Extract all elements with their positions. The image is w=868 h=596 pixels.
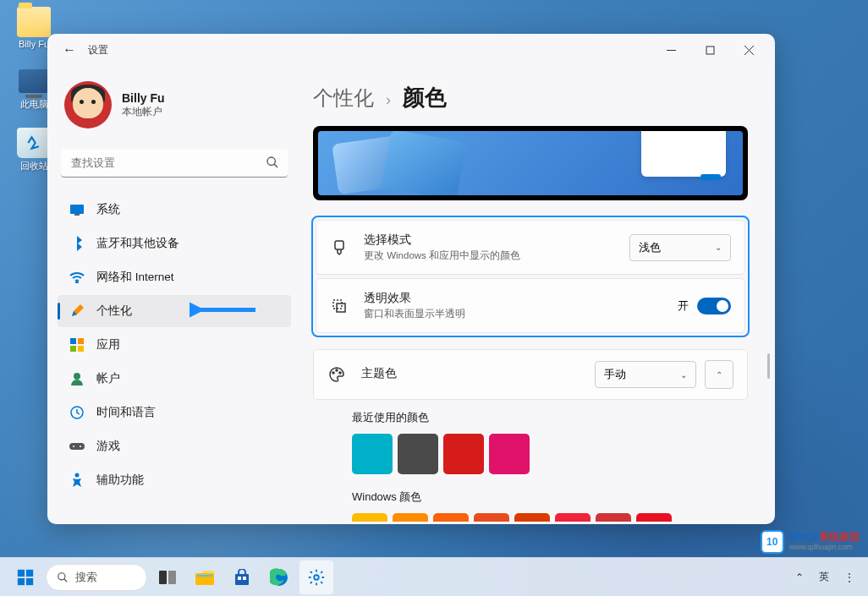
svg-point-19: [75, 473, 80, 478]
settings-window: ← 设置 Billy Fu 本地帐户: [47, 34, 775, 524]
sidebar-item-gaming[interactable]: 游戏: [58, 430, 291, 462]
svg-rect-33: [168, 571, 176, 584]
desktop-icon-label: 回收站: [20, 160, 48, 172]
settings-taskbar-button[interactable]: [299, 560, 333, 594]
tray-more[interactable]: ⋮: [839, 568, 860, 587]
user-name: Billy Fu: [122, 91, 165, 105]
nav-list: 系统 蓝牙和其他设备 网络和 Internet 个性化: [54, 193, 294, 497]
ime-indicator[interactable]: 英: [814, 566, 834, 588]
setting-transparency[interactable]: 透明效果 窗口和表面显示半透明 开: [316, 278, 745, 333]
setting-accent-color[interactable]: 主题色 手动 ⌄ ⌃: [313, 349, 748, 400]
sidebar-item-network[interactable]: 网络和 Internet: [58, 261, 291, 293]
setting-desc: 窗口和表面显示半透明: [364, 308, 678, 320]
back-button[interactable]: ←: [54, 35, 85, 65]
tray-chevron[interactable]: ⌃: [790, 568, 809, 587]
watermark-title: Win10系统家园: [789, 532, 860, 543]
taskview-button[interactable]: [151, 560, 184, 594]
svg-rect-10: [70, 338, 76, 344]
bluetooth-icon: [69, 236, 85, 251]
color-swatch[interactable]: [636, 513, 672, 522]
setting-title: 透明效果: [364, 291, 678, 306]
transparency-toggle[interactable]: [697, 298, 731, 314]
accent-dropdown[interactable]: 手动 ⌄: [595, 361, 696, 388]
user-profile[interactable]: Billy Fu 本地帐户: [54, 74, 294, 135]
color-swatch[interactable]: [352, 434, 393, 474]
setting-title: 主题色: [361, 366, 595, 381]
svg-rect-21: [333, 300, 342, 309]
chevron-right-icon: ›: [386, 91, 391, 109]
store-button[interactable]: [225, 560, 259, 594]
watermark: 10 Win10系统家园 www.qdhuajin.com: [761, 530, 860, 554]
svg-point-14: [74, 373, 80, 380]
sidebar-item-time[interactable]: 时间和语言: [58, 396, 291, 429]
user-type: 本地帐户: [122, 105, 165, 119]
color-swatch[interactable]: [398, 434, 438, 474]
scrollbar[interactable]: [767, 353, 770, 379]
sidebar-item-apps[interactable]: 应用: [58, 329, 291, 361]
section-title: Windows 颜色: [352, 489, 748, 505]
dropdown-value: 浅色: [639, 240, 661, 255]
search-input[interactable]: [61, 149, 288, 178]
person-icon: [69, 371, 85, 386]
brush-icon: [69, 303, 85, 319]
svg-rect-32: [159, 571, 167, 584]
sidebar-item-system[interactable]: 系统: [58, 194, 291, 226]
svg-rect-27: [26, 569, 33, 576]
desktop-icon-label: Billy Fu: [19, 39, 49, 49]
setting-mode[interactable]: 选择模式 更改 Windows 和应用中显示的颜色 浅色 ⌄: [316, 220, 745, 275]
color-swatch[interactable]: [514, 513, 550, 522]
explorer-button[interactable]: [188, 560, 222, 594]
mode-dropdown[interactable]: 浅色 ⌄: [629, 234, 731, 261]
sidebar-item-accessibility[interactable]: 辅助功能: [58, 464, 291, 496]
start-button[interactable]: [8, 560, 42, 594]
folder-icon: [17, 7, 51, 37]
svg-line-31: [64, 578, 68, 582]
nav-label: 系统: [96, 202, 120, 217]
color-swatch[interactable]: [352, 513, 387, 522]
color-swatch[interactable]: [489, 434, 530, 474]
color-swatch[interactable]: [596, 513, 631, 522]
breadcrumb-parent[interactable]: 个性化: [313, 85, 374, 112]
expand-button[interactable]: ⌃: [705, 360, 733, 389]
maximize-button[interactable]: [690, 36, 729, 63]
wifi-icon: [69, 270, 85, 285]
svg-point-24: [336, 369, 338, 371]
sidebar-item-personalization[interactable]: 个性化: [58, 295, 291, 327]
sidebar-item-accounts[interactable]: 帐户: [58, 363, 291, 395]
svg-rect-37: [238, 577, 241, 580]
svg-rect-7: [74, 214, 80, 216]
minimize-button[interactable]: [651, 36, 690, 63]
svg-point-8: [76, 282, 78, 283]
titlebar[interactable]: ← 设置: [47, 34, 775, 66]
sidebar: Billy Fu 本地帐户 系统 蓝牙和其他设备: [47, 66, 301, 524]
svg-rect-22: [337, 303, 345, 312]
color-swatch[interactable]: [443, 434, 484, 474]
svg-rect-29: [26, 577, 33, 584]
search-icon: [266, 156, 279, 172]
color-swatch[interactable]: [433, 513, 469, 522]
color-swatch[interactable]: [393, 513, 428, 522]
svg-point-40: [314, 575, 319, 580]
nav-label: 个性化: [96, 303, 132, 319]
sidebar-item-bluetooth[interactable]: 蓝牙和其他设备: [58, 227, 291, 260]
svg-point-30: [58, 572, 65, 579]
color-swatch[interactable]: [555, 513, 591, 522]
svg-point-18: [80, 446, 81, 447]
chevron-up-icon: ⌃: [716, 370, 722, 380]
dropdown-value: 手动: [604, 367, 626, 382]
svg-rect-11: [78, 338, 84, 344]
close-button[interactable]: [729, 36, 768, 63]
color-swatch[interactable]: [474, 513, 509, 522]
svg-point-17: [73, 446, 74, 447]
setting-desc: 更改 Windows 和应用中显示的颜色: [364, 249, 629, 262]
edge-button[interactable]: [262, 560, 296, 594]
theme-preview: [313, 126, 748, 200]
taskbar-search[interactable]: 搜索: [46, 564, 147, 591]
recent-colors-section: 最近使用的颜色: [352, 410, 748, 474]
nav-label: 蓝牙和其他设备: [96, 236, 179, 251]
breadcrumb: 个性化 › 颜色: [313, 83, 751, 112]
nav-label: 辅助功能: [96, 473, 144, 488]
search-label: 搜索: [75, 570, 97, 585]
pc-icon: [19, 69, 49, 93]
avatar: [64, 81, 112, 128]
